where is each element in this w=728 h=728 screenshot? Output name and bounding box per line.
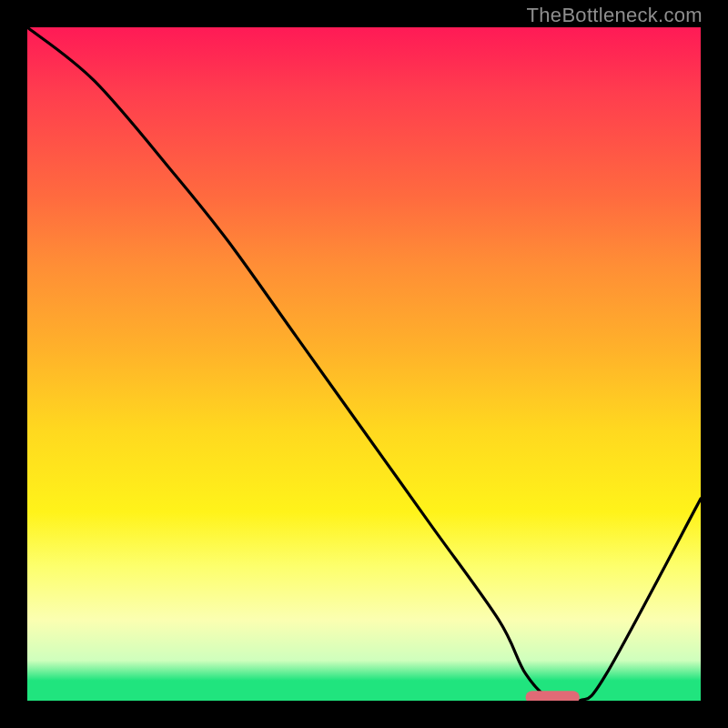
plot-area (27, 27, 701, 701)
watermark-text: TheBottleneck.com (527, 4, 703, 27)
bottleneck-curve-path (27, 27, 701, 701)
chart-container: TheBottleneck.com (0, 0, 728, 728)
bottleneck-curve (27, 27, 701, 701)
chart-svg (27, 27, 701, 701)
sweet-spot-rect (526, 691, 580, 701)
sweet-spot-marker (526, 691, 580, 701)
